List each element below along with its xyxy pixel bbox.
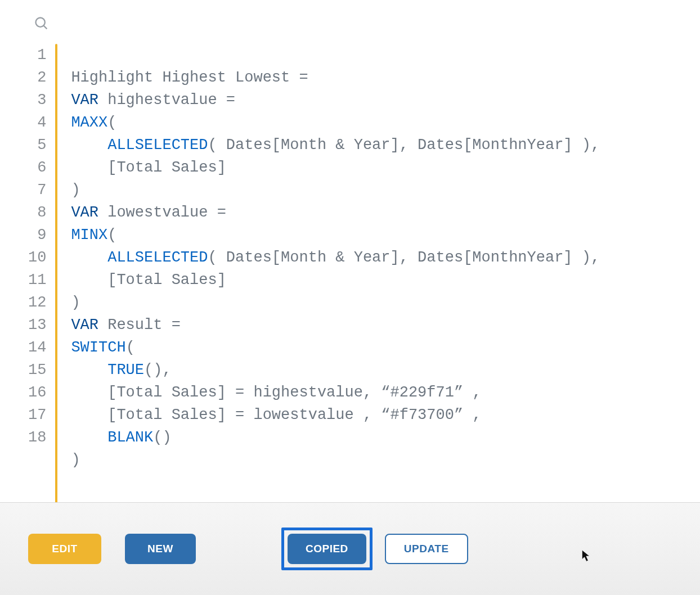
copied-highlight-frame: COPIED [281, 528, 373, 570]
line-number-gutter: 1 2 3 4 5 6 7 8 9 10 11 12 13 14 15 16 1… [28, 44, 55, 516]
search-icon[interactable] [34, 24, 50, 33]
edit-button[interactable]: EDIT [28, 534, 101, 564]
bottom-toolbar: EDIT NEW COPIED UPDATE [0, 502, 700, 595]
copied-button[interactable]: COPIED [288, 534, 366, 564]
new-button[interactable]: NEW [125, 534, 196, 564]
code-content[interactable]: Highlight Highest Lowest =VAR highestval… [57, 44, 600, 516]
mouse-cursor-icon [581, 549, 591, 563]
code-editor[interactable]: 1 2 3 4 5 6 7 8 9 10 11 12 13 14 15 16 1… [0, 34, 700, 516]
update-button[interactable]: UPDATE [385, 534, 468, 564]
svg-line-1 [44, 26, 47, 29]
svg-point-0 [36, 18, 45, 27]
